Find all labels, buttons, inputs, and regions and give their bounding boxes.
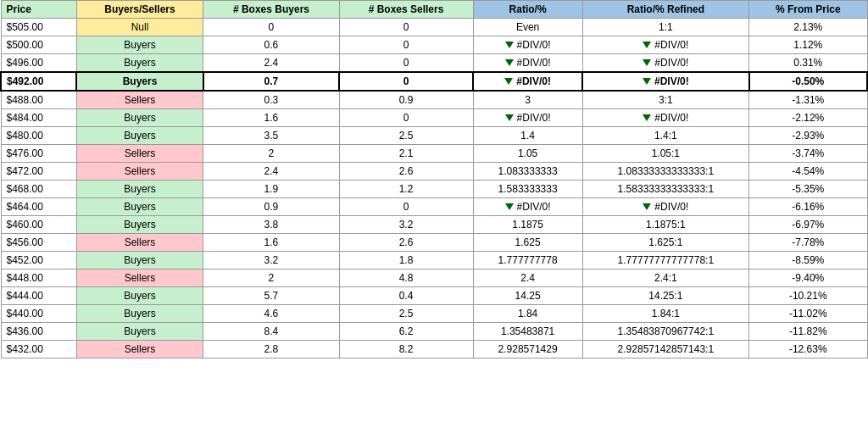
boxes-sellers-cell: 6.2 — [339, 323, 473, 341]
ratio-refined-cell: 3:1 — [582, 91, 748, 109]
price-cell: $432.00 — [1, 341, 76, 358]
from-price-cell: -6.97% — [749, 216, 867, 234]
from-price-cell: 1.12% — [749, 36, 867, 54]
boxes-buyers-cell: 1.9 — [203, 181, 339, 198]
price-cell: $496.00 — [1, 54, 76, 73]
boxes-sellers-cell: 0 — [339, 36, 473, 54]
ratio-refined-cell: 1.58333333333333:1 — [582, 181, 748, 198]
boxes-sellers-cell: 2.5 — [339, 127, 473, 145]
from-price-cell: -10.21% — [749, 287, 867, 305]
buyers-sellers-cell: Buyers — [76, 72, 203, 91]
ratio-refined-cell: 1.84:1 — [582, 305, 748, 323]
boxes-buyers-cell: 2 — [203, 270, 339, 287]
column-header---boxes-sellers: # Boxes Sellers — [339, 1, 473, 19]
boxes-buyers-cell: 3.2 — [203, 252, 339, 270]
boxes-buyers-cell: 2.8 — [203, 341, 339, 358]
flag-icon — [505, 203, 514, 210]
ratio-cell: #DIV/0! — [473, 72, 582, 91]
from-price-cell: -0.50% — [749, 72, 867, 91]
price-cell: $460.00 — [1, 216, 76, 234]
ratio-refined-cell: 1:1 — [582, 19, 748, 36]
buyers-sellers-cell: Buyers — [76, 109, 203, 127]
buyers-sellers-cell: Sellers — [76, 341, 203, 358]
buyers-sellers-cell: Buyers — [76, 323, 203, 341]
price-cell: $444.00 — [1, 287, 76, 305]
buyers-sellers-cell: Null — [76, 19, 203, 36]
price-cell: $440.00 — [1, 305, 76, 323]
column-header---from-price: % From Price — [749, 1, 867, 19]
boxes-sellers-cell: 2.6 — [339, 163, 473, 181]
ratio-refined-cell: #DIV/0! — [582, 198, 748, 216]
ratio-cell: #DIV/0! — [473, 109, 582, 127]
boxes-sellers-cell: 1.8 — [339, 252, 473, 270]
boxes-sellers-cell: 2.1 — [339, 145, 473, 163]
price-cell: $476.00 — [1, 145, 76, 163]
boxes-sellers-cell: 0 — [339, 198, 473, 216]
boxes-sellers-cell: 2.6 — [339, 234, 473, 252]
boxes-buyers-cell: 8.4 — [203, 323, 339, 341]
ratio-refined-cell: 14.25:1 — [582, 287, 748, 305]
from-price-cell: 0.31% — [749, 54, 867, 73]
from-price-cell: -5.35% — [749, 181, 867, 198]
price-cell: $500.00 — [1, 36, 76, 54]
ratio-refined-cell: 1.1875:1 — [582, 216, 748, 234]
ratio-refined-cell: 2.4:1 — [582, 270, 748, 287]
boxes-buyers-cell: 3.5 — [203, 127, 339, 145]
ratio-cell: #DIV/0! — [473, 36, 582, 54]
boxes-buyers-cell: 2.4 — [203, 163, 339, 181]
ratio-cell: 1.625 — [473, 234, 582, 252]
price-cell: $492.00 — [1, 72, 76, 91]
boxes-sellers-cell: 0 — [339, 72, 473, 91]
column-header-price: Price — [1, 1, 76, 19]
ratio-refined-cell: #DIV/0! — [582, 72, 748, 91]
ratio-cell: 1.35483871 — [473, 323, 582, 341]
buyers-sellers-cell: Buyers — [76, 181, 203, 198]
price-cell: $488.00 — [1, 91, 76, 109]
flag-icon — [643, 42, 651, 48]
ratio-cell: Even — [473, 19, 582, 36]
column-header-buyers-sellers: Buyers/Sellers — [76, 1, 203, 19]
flag-icon — [643, 203, 651, 210]
ratio-cell: 1.4 — [473, 127, 582, 145]
ratio-cell: 2.4 — [473, 270, 582, 287]
flag-icon — [505, 42, 514, 48]
ratio-cell: 1.05 — [473, 145, 582, 163]
buyers-sellers-cell: Buyers — [76, 305, 203, 323]
ratio-cell: 2.928571429 — [473, 341, 582, 358]
from-price-cell: -11.02% — [749, 305, 867, 323]
buyers-sellers-cell: Buyers — [76, 287, 203, 305]
boxes-sellers-cell: 0.4 — [339, 287, 473, 305]
buyers-sellers-cell: Buyers — [76, 252, 203, 270]
ratio-refined-cell: 1.05:1 — [582, 145, 748, 163]
from-price-cell: -7.78% — [749, 234, 867, 252]
column-header---boxes-buyers: # Boxes Buyers — [203, 1, 339, 19]
ratio-cell: 1.84 — [473, 305, 582, 323]
boxes-buyers-cell: 0.9 — [203, 198, 339, 216]
boxes-sellers-cell: 0 — [339, 109, 473, 127]
boxes-sellers-cell: 3.2 — [339, 216, 473, 234]
ratio-cell: 1.1875 — [473, 216, 582, 234]
buyers-sellers-cell: Buyers — [76, 54, 203, 73]
buyers-sellers-cell: Sellers — [76, 91, 203, 109]
boxes-buyers-cell: 4.6 — [203, 305, 339, 323]
ratio-refined-cell: 2.92857142857143:1 — [582, 341, 748, 358]
ratio-cell: #DIV/0! — [473, 198, 582, 216]
from-price-cell: -1.31% — [749, 91, 867, 109]
price-cell: $456.00 — [1, 234, 76, 252]
boxes-sellers-cell: 0.9 — [339, 91, 473, 109]
ratio-refined-cell: 1.08333333333333:1 — [582, 163, 748, 181]
boxes-buyers-cell: 0.7 — [203, 72, 339, 91]
from-price-cell: -2.93% — [749, 127, 867, 145]
main-table: PriceBuyers/Sellers# Boxes Buyers# Boxes… — [0, 0, 868, 358]
ratio-refined-cell: #DIV/0! — [582, 54, 748, 73]
buyers-sellers-cell: Buyers — [76, 216, 203, 234]
boxes-sellers-cell: 8.2 — [339, 341, 473, 358]
boxes-buyers-cell: 2 — [203, 145, 339, 163]
ratio-refined-cell: 1.625:1 — [582, 234, 748, 252]
boxes-buyers-cell: 0 — [203, 19, 339, 36]
ratio-refined-cell: 1.77777777777778:1 — [582, 252, 748, 270]
from-price-cell: -8.59% — [749, 252, 867, 270]
buyers-sellers-cell: Buyers — [76, 36, 203, 54]
flag-icon — [505, 114, 514, 121]
flag-icon — [643, 114, 651, 121]
